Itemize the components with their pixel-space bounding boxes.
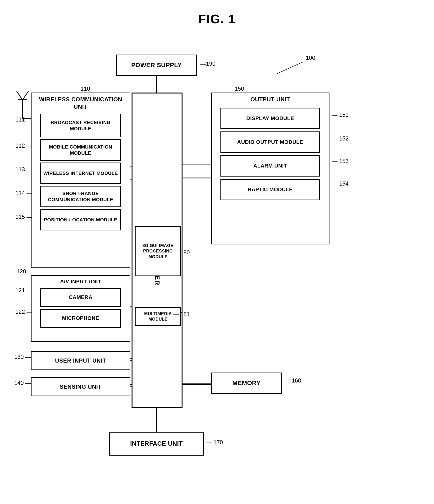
alarm-box: ALARM UNIT bbox=[220, 155, 320, 177]
ref-121: 121 — bbox=[15, 287, 32, 294]
ref-152: — 152 bbox=[332, 135, 349, 142]
wireless-comm-label: WIRELESS COMMUNICATION UNIT bbox=[35, 96, 126, 110]
ref-170: — 170 bbox=[206, 439, 223, 446]
wireless-internet-box: WIRELESS INTERNET MODULE bbox=[40, 162, 121, 184]
ref-112: 112 — bbox=[15, 142, 32, 149]
power-supply-box: POWER SUPPLY bbox=[116, 54, 197, 76]
memory-box: MEMORY bbox=[211, 373, 282, 394]
ref-122: 122 — bbox=[15, 308, 32, 315]
camera-box: CAMERA bbox=[40, 288, 121, 307]
ref-190: —190 bbox=[200, 61, 216, 67]
broadcast-box: BROADCAST RECEIVING MODULE bbox=[40, 114, 121, 137]
ref-110: 110 bbox=[81, 85, 90, 92]
ref-130: 130 — bbox=[14, 354, 31, 360]
ref-180: — 180 bbox=[173, 249, 190, 256]
ref-181: — 181 bbox=[173, 311, 190, 317]
ref-153: — 153 bbox=[332, 158, 349, 164]
microphone-box: MICROPHONE bbox=[40, 309, 121, 328]
ref-154: — 154 bbox=[332, 180, 349, 187]
av-input-outer: A/V INPUT UNIT CAMERA MICROPHONE bbox=[31, 275, 130, 342]
ref-100: 100 bbox=[306, 54, 315, 61]
ref-111: 111 — bbox=[15, 116, 32, 123]
display-box: DISPLAY MODULE bbox=[220, 108, 320, 129]
ref-114: 114 — bbox=[15, 190, 32, 197]
ref-115: 115 — bbox=[15, 214, 32, 220]
audio-output-box: AUDIO OUTPUT MODULE bbox=[220, 131, 320, 153]
svg-line-10 bbox=[277, 62, 304, 73]
output-unit-outer: OUTPUT UNIT DISPLAY MODULE AUDIO OUTPUT … bbox=[211, 92, 330, 244]
wireless-comm-outer: WIRELESS COMMUNICATION UNIT BROADCAST RE… bbox=[31, 92, 130, 268]
ref-120: 120 — bbox=[17, 268, 34, 275]
short-range-box: SHORT-RANGE COMMUNICATION MODULE bbox=[40, 186, 121, 207]
figure-title: FIG. 1 bbox=[0, 12, 434, 26]
av-input-label: A/V INPUT UNIT bbox=[35, 278, 126, 285]
ref-160: — 160 bbox=[285, 377, 301, 384]
antenna-icon bbox=[14, 88, 31, 111]
interface-unit-box: INTERFACE UNIT bbox=[109, 432, 204, 456]
user-input-box: USER INPUT UNIT bbox=[31, 351, 130, 370]
ref-113: 113 — bbox=[15, 166, 32, 173]
ref-140: 140 — bbox=[14, 380, 31, 386]
svg-line-15 bbox=[17, 91, 20, 96]
mobile-comm-box: MOBILE COMMUNICATION MODULE bbox=[40, 139, 121, 161]
ref-150: 150 bbox=[235, 85, 244, 92]
position-box: POSITION-LOCATION MODULE bbox=[40, 209, 121, 230]
svg-line-16 bbox=[25, 91, 28, 96]
diagram: FIG. 1 100 bbox=[0, 0, 434, 504]
sensing-box: SENSING UNIT bbox=[31, 377, 130, 396]
output-unit-label: OUTPUT UNIT bbox=[217, 96, 324, 103]
ref-151: — 151 bbox=[332, 111, 349, 118]
haptic-box: HAPTIC MODULE bbox=[220, 179, 320, 200]
